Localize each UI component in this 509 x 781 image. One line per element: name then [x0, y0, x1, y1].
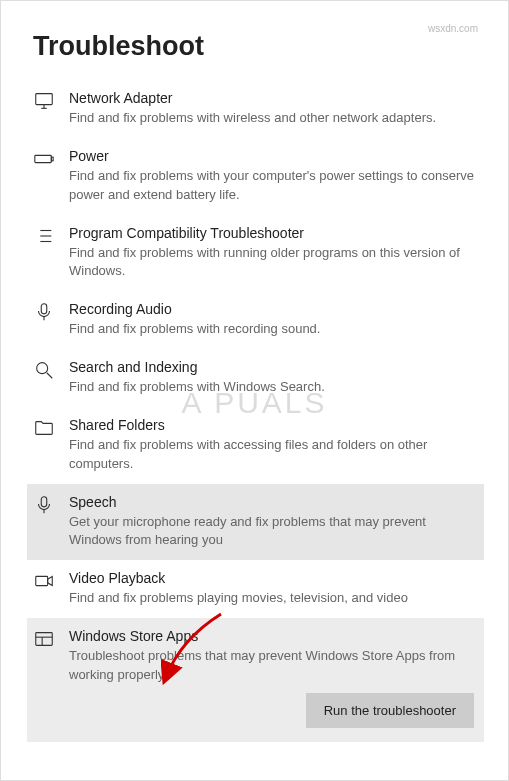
- item-title: Shared Folders: [69, 415, 478, 436]
- item-title: Recording Audio: [69, 299, 478, 320]
- svg-rect-19: [36, 633, 53, 646]
- run-troubleshooter-button[interactable]: Run the troubleshooter: [306, 693, 474, 728]
- item-desc: Find and fix problems with Windows Searc…: [69, 378, 478, 397]
- svg-rect-3: [35, 155, 52, 162]
- item-desc: Find and fix problems with your computer…: [69, 167, 478, 205]
- source-text: wsxdn.com: [428, 23, 478, 34]
- svg-rect-11: [41, 304, 47, 314]
- item-title: Power: [69, 146, 478, 167]
- troubleshooter-network-adapter[interactable]: Network Adapter Find and fix problems wi…: [27, 80, 484, 138]
- apps-icon: [33, 628, 55, 654]
- item-desc: Find and fix problems with accessing fil…: [69, 436, 478, 474]
- item-desc: Find and fix problems with wireless and …: [69, 109, 478, 128]
- battery-icon: [33, 148, 55, 174]
- item-title: Network Adapter: [69, 88, 478, 109]
- svg-rect-15: [41, 496, 47, 506]
- item-desc: Find and fix problems with running older…: [69, 244, 478, 282]
- microphone-icon: [33, 301, 55, 327]
- troubleshooter-power[interactable]: Power Find and fix problems with your co…: [27, 138, 484, 215]
- item-title: Speech: [69, 492, 478, 513]
- item-title: Video Playback: [69, 568, 478, 589]
- item-desc: Find and fix problems with recording sou…: [69, 320, 478, 339]
- svg-rect-17: [36, 577, 48, 586]
- folder-icon: [33, 417, 55, 443]
- video-icon: [33, 570, 55, 596]
- page-title: Troubleshoot: [33, 31, 478, 62]
- item-title: Windows Store Apps: [69, 626, 478, 647]
- troubleshooter-program-compatibility[interactable]: Program Compatibility Troubleshooter Fin…: [27, 215, 484, 292]
- item-title: Search and Indexing: [69, 357, 478, 378]
- monitor-icon: [33, 90, 55, 116]
- troubleshooter-speech[interactable]: Speech Get your microphone ready and fix…: [27, 484, 484, 561]
- svg-rect-0: [36, 94, 53, 105]
- troubleshooter-search-indexing[interactable]: Search and Indexing Find and fix problem…: [27, 349, 484, 407]
- svg-marker-18: [48, 577, 53, 586]
- svg-point-13: [37, 363, 48, 374]
- item-desc: Find and fix problems playing movies, te…: [69, 589, 478, 608]
- troubleshooter-windows-store-apps[interactable]: Windows Store Apps Troubleshoot problems…: [27, 618, 484, 742]
- item-desc: Get your microphone ready and fix proble…: [69, 513, 478, 551]
- list-icon: [33, 225, 55, 251]
- search-icon: [33, 359, 55, 385]
- troubleshooter-recording-audio[interactable]: Recording Audio Find and fix problems wi…: [27, 291, 484, 349]
- troubleshooter-video-playback[interactable]: Video Playback Find and fix problems pla…: [27, 560, 484, 618]
- svg-line-14: [47, 373, 53, 379]
- item-title: Program Compatibility Troubleshooter: [69, 223, 478, 244]
- microphone-icon: [33, 494, 55, 520]
- troubleshooter-shared-folders[interactable]: Shared Folders Find and fix problems wit…: [27, 407, 484, 484]
- svg-rect-4: [51, 157, 53, 161]
- item-desc: Troubleshoot problems that may prevent W…: [69, 647, 478, 685]
